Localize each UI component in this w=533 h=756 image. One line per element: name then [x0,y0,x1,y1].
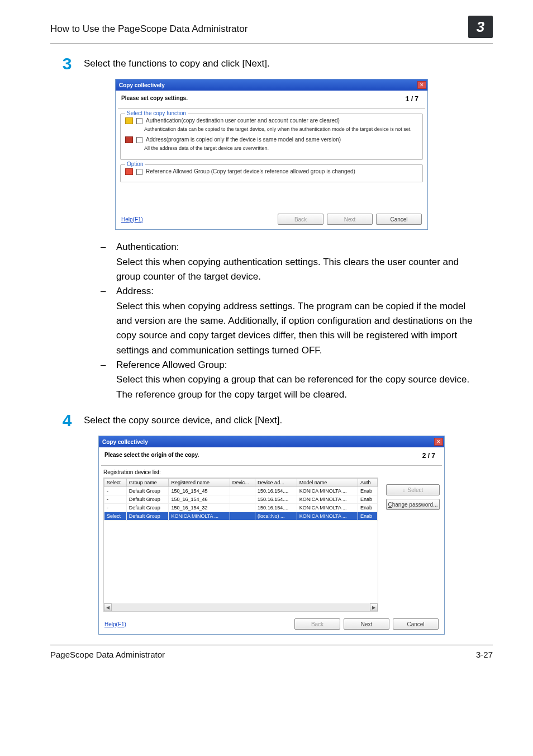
auth-icon [125,117,133,124]
table-row[interactable]: - Default Group 150_16_154_45 150.16.154… [104,487,378,495]
cell: KONICA MINOLTA ... [297,495,358,504]
cell: - [104,504,127,512]
col-device[interactable]: Devic... [230,479,255,487]
address-note: All the address data of the target devic… [144,145,418,152]
authentication-checkbox[interactable] [136,118,142,124]
address-icon [125,136,133,143]
copy-collectively-dialog-1: Copy collectively ✕ Please set copy sett… [115,79,428,230]
cell: (local:No) ... [255,512,297,521]
cell: KONICA MINOLTA ... [297,487,358,495]
cell: Enab [358,487,377,495]
dialog-1-step-count: 1 / 7 [406,95,422,103]
arrow-down-icon: ↓ [403,487,406,493]
cell: Enab [358,512,377,521]
cell: 150_16_154_46 [169,495,230,504]
help-link[interactable]: Help(F1) [121,216,143,223]
cell: Select [104,512,127,521]
back-button[interactable]: Back [278,214,323,225]
col-model-name[interactable]: Model name [297,479,358,487]
reference-group-checkbox-label: Reference Allowed Group (Copy target dev… [146,168,355,174]
cell: Default Group [126,504,169,512]
back-button[interactable]: Back [294,618,340,630]
table-row[interactable]: - Default Group 150_16_154_46 150.16.154… [104,495,378,504]
cell: 150.16.154.... [255,487,297,495]
col-select[interactable]: Select [104,479,127,487]
cell: - [104,487,127,495]
cell: 150.16.154.... [255,504,297,512]
authentication-checkbox-label: Authentication(copy destination user cou… [146,117,340,124]
bullet-dash: – [101,358,116,402]
cell: - [104,495,127,504]
help-link[interactable]: Help(F1) [104,621,126,627]
cell: KONICA MINOLTA ... [297,512,358,521]
table-row[interactable]: - Default Group 150_16_154_32 150.16.154… [104,504,378,512]
bullet-ref-head: Reference Allowed Group: [116,358,482,372]
address-checkbox-label: Address(program is copied only if the de… [146,136,341,143]
dialog-2-step-count: 2 / 7 [422,452,439,460]
select-button-label: Select [408,487,423,493]
dialog-1-titlebar: Copy collectively ✕ [116,79,427,91]
cell [230,487,255,495]
bullet-addr-head: Address: [116,284,482,299]
col-auth[interactable]: Auth [358,479,377,487]
footer-product-name: PageScope Data Administrator [50,650,165,659]
horizontal-scrollbar[interactable]: ◀ ▶ [104,603,378,611]
address-checkbox[interactable] [136,137,142,143]
cell: Enab [358,504,377,512]
select-copy-function-legend: Select the copy function [125,110,188,116]
bullet-auth-desc: Select this when copying authentication … [116,255,482,285]
copy-collectively-dialog-2: Copy collectively ✕ Please select the or… [98,436,445,635]
cell [230,495,255,504]
chapter-number: 3 [477,18,484,36]
cell: 150.16.154.... [255,495,297,504]
table-row-selected[interactable]: Select Default Group KONICA MINOLTA ... … [104,512,378,521]
bullet-dash: – [101,284,116,358]
cell: 150_16_154_45 [169,487,230,495]
registration-device-list-label: Registration device list: [99,466,444,475]
close-icon[interactable]: ✕ [417,81,426,89]
cancel-button[interactable]: Cancel [393,618,439,630]
reference-group-icon [125,168,133,175]
bullet-auth-head: Authentication: [116,240,482,254]
cell: Default Group [126,487,169,495]
cell: Enab [358,495,377,504]
cell [230,504,255,512]
cell: Default Group [126,512,169,521]
scroll-right-arrow-icon[interactable]: ▶ [370,603,378,611]
select-copy-function-group: Select the copy function Authentication(… [120,114,423,160]
col-registered-name[interactable]: Registered name [169,479,230,487]
change-password-label: hange password... [392,502,438,508]
step-3-text: Select the functions to copy and click [… [84,54,493,72]
col-device-address[interactable]: Device ad... [255,479,297,487]
reference-group-checkbox[interactable] [136,169,142,175]
option-group: Option Reference Allowed Group (Copy tar… [120,164,423,182]
next-button[interactable]: Next [344,618,389,630]
scroll-left-arrow-icon[interactable]: ◀ [104,603,112,611]
cell: KONICA MINOLTA ... [297,504,358,512]
dialog-1-instruction: Please set copy settings. [121,95,188,103]
page-header-title: How to Use the PageScope Data Administra… [50,23,248,35]
dialog-2-instruction: Please select the origin of the copy. [104,452,199,460]
chapter-number-box: 3 [468,16,493,38]
select-button[interactable]: ↓ Select [386,484,440,495]
option-legend: Option [125,161,145,167]
cell: Default Group [126,495,169,504]
close-icon[interactable]: ✕ [434,438,443,446]
next-button[interactable]: Next [327,214,373,225]
device-list-table[interactable]: Select Group name Registered name Devic.… [103,478,378,612]
col-group-name[interactable]: Group name [126,479,169,487]
change-password-button[interactable]: Change password... [386,499,440,510]
bullet-ref-desc: Select this when copying a group that ca… [116,372,482,402]
dialog-1-title: Copy collectively [119,82,165,88]
dialog-2-title: Copy collectively [102,439,148,445]
authentication-note: Authentication data can be copied to the… [144,126,418,133]
cell [230,512,255,521]
step-4-number: 4 [50,411,84,429]
bullet-addr-desc: Select this when copying address setting… [116,299,482,358]
bullet-dash: – [101,240,116,284]
cell: 150_16_154_32 [169,504,230,512]
step-4-text: Select the copy source device, and click… [84,411,493,429]
cell: KONICA MINOLTA ... [169,512,230,521]
cancel-button[interactable]: Cancel [376,214,422,225]
footer-page-number: 3-27 [476,650,493,659]
